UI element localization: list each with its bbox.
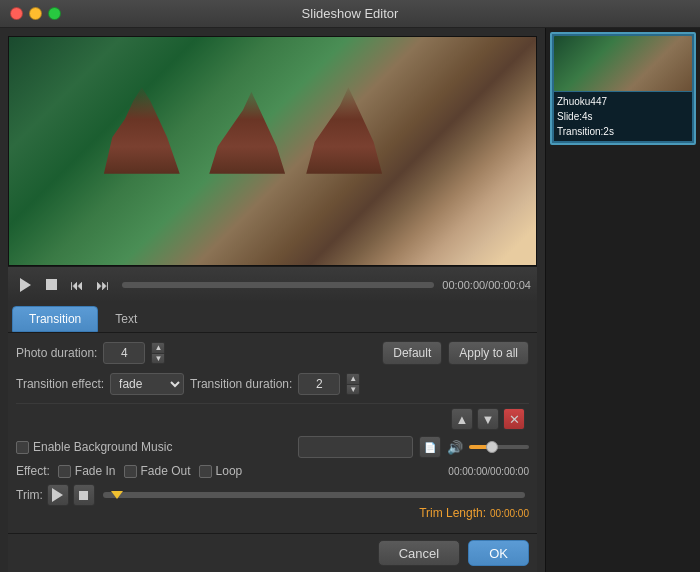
trim-stop-icon — [79, 491, 88, 500]
prev-button[interactable]: ⏮ — [66, 274, 88, 296]
delete-button[interactable]: ✕ — [503, 408, 525, 430]
trim-play-button[interactable] — [47, 484, 69, 506]
fade-in-checkbox[interactable] — [58, 465, 71, 478]
photo-duration-down[interactable]: ▼ — [151, 353, 165, 364]
transition-effect-select[interactable]: fade dissolve slide wipe — [110, 373, 184, 395]
cancel-button[interactable]: Cancel — [378, 540, 460, 566]
thumbnail-image — [554, 36, 692, 91]
tab-text[interactable]: Text — [98, 306, 154, 332]
tab-transition[interactable]: Transition — [12, 306, 98, 332]
prev-icon: ⏮ — [70, 277, 84, 293]
main-content: ⏮ ⏭ 00:00:00/00:00:04 Transition Text Ph… — [0, 28, 700, 572]
volume-icon: 🔊 — [447, 440, 463, 455]
preview-container — [8, 36, 537, 266]
apply-to-all-button[interactable]: Apply to all — [448, 341, 529, 365]
move-up-button[interactable]: ▲ — [451, 408, 473, 430]
thumb-name: Zhuoku447 — [557, 94, 689, 109]
trim-length-label: Trim Length: — [419, 506, 486, 520]
window-controls — [10, 7, 61, 20]
progress-bar-container[interactable] — [122, 282, 434, 288]
default-button[interactable]: Default — [382, 341, 442, 365]
next-icon: ⏭ — [96, 277, 110, 293]
preview-image — [9, 37, 536, 265]
next-button[interactable]: ⏭ — [92, 274, 114, 296]
maximize-button[interactable] — [48, 7, 61, 20]
time-display: 00:00:00/00:00:04 — [442, 279, 531, 291]
titlebar: Slideshow Editor — [0, 0, 700, 28]
transition-duration-down[interactable]: ▼ — [346, 384, 360, 395]
play-button[interactable] — [14, 274, 36, 296]
trim-time-display: 00:00:00/00:00:00 — [448, 466, 529, 477]
tabs-row: Transition Text — [8, 302, 537, 333]
playback-bar: ⏮ ⏭ 00:00:00/00:00:04 — [8, 266, 537, 302]
trim-play-icon — [52, 488, 63, 502]
settings-panel: Photo duration: ▲ ▼ Default Apply to all… — [8, 333, 537, 533]
thumb-info: Zhuoku447 Slide:4s Transition:2s — [554, 92, 692, 141]
loop-item: Loop — [199, 464, 243, 478]
trim-length-row: Trim Length: 00:00:00 — [16, 506, 529, 520]
photo-duration-input[interactable] — [103, 342, 145, 364]
fade-in-item: Fade In — [58, 464, 116, 478]
effect-row: Effect: Fade In Fade Out Loop 00:00:00/0… — [16, 464, 529, 478]
loop-checkbox[interactable] — [199, 465, 212, 478]
trim-length-value: 00:00:00 — [490, 508, 529, 519]
window-title: Slideshow Editor — [302, 6, 399, 21]
bottom-bar: Cancel OK — [8, 533, 537, 572]
arrow-row: ▲ ▼ ✕ — [16, 408, 529, 430]
play-icon — [20, 278, 31, 292]
enable-music-checkbox[interactable] — [16, 441, 29, 454]
transition-duration-up[interactable]: ▲ — [346, 373, 360, 384]
trim-stop-button[interactable] — [73, 484, 95, 506]
transition-duration-input[interactable] — [298, 373, 340, 395]
stop-button[interactable] — [40, 274, 62, 296]
fade-out-checkbox[interactable] — [124, 465, 137, 478]
left-panel: ⏮ ⏭ 00:00:00/00:00:04 Transition Text Ph… — [0, 28, 545, 572]
fade-out-item: Fade Out — [124, 464, 191, 478]
volume-slider[interactable] — [469, 445, 529, 449]
stop-icon — [46, 279, 57, 290]
photo-duration-up[interactable]: ▲ — [151, 342, 165, 353]
close-button[interactable] — [10, 7, 23, 20]
transition-duration-label: Transition duration: — [190, 377, 292, 391]
music-file-button[interactable]: 📄 — [419, 436, 441, 458]
ok-button[interactable]: OK — [468, 540, 529, 566]
move-down-button[interactable]: ▼ — [477, 408, 499, 430]
minimize-button[interactable] — [29, 7, 42, 20]
transition-duration-stepper: ▲ ▼ — [346, 373, 360, 395]
music-bar — [298, 436, 413, 458]
loop-label: Loop — [216, 464, 243, 478]
transition-effect-label: Transition effect: — [16, 377, 104, 391]
thumbnail-item[interactable]: Zhuoku447 Slide:4s Transition:2s — [550, 32, 696, 145]
divider1 — [16, 403, 529, 404]
photo-duration-row: Photo duration: ▲ ▼ Default Apply to all — [16, 341, 529, 365]
thumb-transition: Transition:2s — [557, 124, 689, 139]
right-panel: Zhuoku447 Slide:4s Transition:2s — [545, 28, 700, 572]
enable-music-label: Enable Background Music — [33, 440, 172, 454]
trim-handle[interactable] — [111, 491, 123, 499]
fade-out-label: Fade Out — [141, 464, 191, 478]
trim-slider[interactable] — [103, 492, 525, 498]
music-row: Enable Background Music 📄 🔊 — [16, 436, 529, 458]
thumb-slide: Slide:4s — [557, 109, 689, 124]
effect-label: Effect: — [16, 464, 50, 478]
enable-music-checkbox-area[interactable]: Enable Background Music — [16, 440, 172, 454]
transition-effect-row: Transition effect: fade dissolve slide w… — [16, 373, 529, 395]
trim-row: Trim: — [16, 484, 529, 506]
fade-in-label: Fade In — [75, 464, 116, 478]
trim-label: Trim: — [16, 488, 43, 502]
photo-duration-label: Photo duration: — [16, 346, 97, 360]
photo-duration-stepper: ▲ ▼ — [151, 342, 165, 364]
